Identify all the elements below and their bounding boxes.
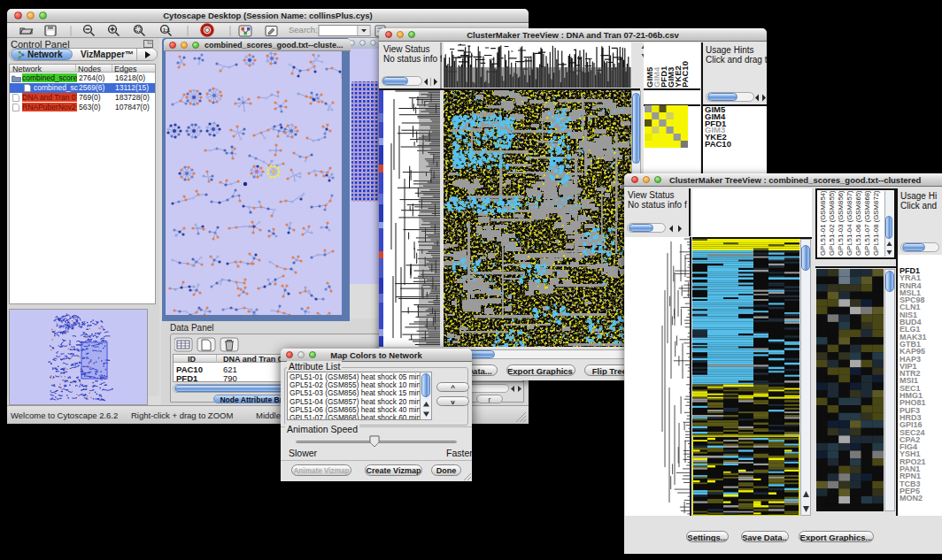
svg-text:GPL51-01 (GSM854): GPL51-01 (GSM854) [819, 190, 827, 256]
svg-text:1:1: 1:1 [163, 27, 170, 33]
svg-text:GPL51-02 (GSM855): GPL51-02 (GSM855) [828, 190, 836, 256]
svg-text:GPL51-08 (GSM872): GPL51-08 (GSM872) [872, 190, 880, 256]
svg-text:GPL51-06 (GSM865): GPL51-06 (GSM865) [854, 190, 862, 256]
svg-text:PAC10: PAC10 [680, 61, 690, 88]
svg-text:GPL51-03 (GSM856): GPL51-03 (GSM856) [837, 190, 845, 256]
svg-text:Search:: Search: [289, 25, 318, 35]
svg-text:GPL51-04 (GSM857): GPL51-04 (GSM857) [845, 190, 853, 256]
svg-text:GPL51-07 (GSM868): GPL51-07 (GSM868) [863, 190, 871, 256]
